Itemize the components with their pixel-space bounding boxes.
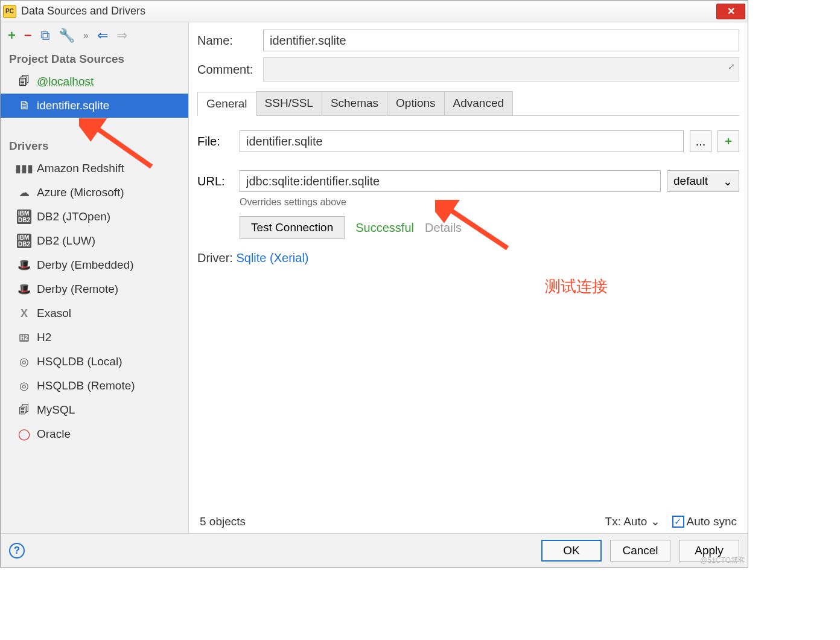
- sqlite-icon: 🗎: [18, 99, 31, 112]
- redshift-icon: ▮▮▮: [18, 162, 31, 175]
- driver-label: HSQLDB (Local): [37, 355, 122, 368]
- url-hint: Overrides settings above: [240, 197, 739, 208]
- exasol-icon: X: [18, 307, 31, 320]
- derby-icon: 🎩: [18, 258, 31, 272]
- tab-bar: General SSH/SSL Schemas Options Advanced: [197, 91, 739, 116]
- mysql-icon: 🗐: [18, 403, 31, 417]
- url-input[interactable]: [240, 170, 661, 192]
- tab-general[interactable]: General: [197, 92, 256, 116]
- source-item-label: @localhost: [37, 75, 94, 88]
- expand-icon[interactable]: ⤢: [728, 62, 735, 71]
- url-mode-value: default: [673, 174, 708, 188]
- drivers-header: Drivers: [1, 136, 188, 156]
- driver-item[interactable]: ◯Oracle: [1, 422, 188, 446]
- oracle-icon: ◯: [18, 427, 31, 441]
- driver-label: Amazon Redshift: [37, 162, 124, 175]
- help-button[interactable]: ?: [9, 543, 25, 558]
- browse-button[interactable]: ...: [690, 130, 711, 152]
- driver-item[interactable]: ▮▮▮Amazon Redshift: [1, 156, 188, 181]
- derby-icon: 🎩: [18, 283, 31, 296]
- name-input[interactable]: [263, 30, 739, 51]
- database-icon: 🗐: [18, 75, 31, 88]
- url-mode-select[interactable]: default ⌄: [667, 170, 739, 192]
- details-link[interactable]: Details: [425, 221, 462, 235]
- url-label: URL:: [197, 174, 234, 188]
- copy-icon[interactable]: ⧉: [40, 28, 50, 43]
- driver-item[interactable]: 🎩Derby (Embedded): [1, 253, 188, 277]
- add-file-button[interactable]: +: [718, 130, 739, 152]
- db2-icon: IBMDB2: [18, 234, 31, 248]
- driver-label: DB2 (LUW): [37, 234, 95, 248]
- driver-item[interactable]: ☁Azure (Microsoft): [1, 181, 188, 205]
- app-icon: PC: [3, 5, 16, 18]
- driver-item[interactable]: H2H2: [1, 325, 188, 350]
- driver-label: Azure (Microsoft): [37, 186, 124, 199]
- driver-item[interactable]: 🎩Derby (Remote): [1, 277, 188, 301]
- driver-item[interactable]: IBMDB2DB2 (JTOpen): [1, 205, 188, 229]
- name-label: Name:: [197, 34, 255, 48]
- driver-label: Exasol: [37, 307, 71, 320]
- chevron-down-icon: ⌄: [651, 515, 660, 528]
- tab-advanced[interactable]: Advanced: [444, 91, 514, 115]
- back-icon[interactable]: ⇐: [97, 28, 108, 43]
- autosync-label: Auto sync: [687, 515, 737, 528]
- close-button[interactable]: ✕: [716, 4, 745, 19]
- h2-icon: H2: [18, 331, 31, 344]
- annotation-text: 测试连接: [545, 276, 608, 297]
- left-toolbar: + − ⧉ 🔧 » ⇐ ⇒: [1, 22, 188, 49]
- driver-label: MySQL: [37, 403, 75, 417]
- db2-icon: IBMDB2: [18, 210, 31, 223]
- right-panel: Name: Comment: ⤢ General SSH/SSL Schemas…: [189, 22, 748, 533]
- driver-item[interactable]: XExasol: [1, 301, 188, 325]
- driver-label: Derby (Remote): [37, 283, 118, 296]
- test-status: Successful: [355, 221, 414, 235]
- source-item-label: identifier.sqlite: [37, 99, 109, 112]
- sources-header: Project Data Sources: [1, 49, 188, 69]
- driver-label: HSQLDB (Remote): [37, 379, 135, 392]
- source-item-identifier[interactable]: 🗎 identifier.sqlite: [1, 94, 188, 118]
- add-icon[interactable]: +: [8, 28, 16, 43]
- forward-icon[interactable]: ⇒: [116, 28, 127, 43]
- comment-label: Comment:: [197, 63, 255, 77]
- driver-item[interactable]: 🗐MySQL: [1, 398, 188, 422]
- remove-icon[interactable]: −: [24, 28, 32, 43]
- test-connection-button[interactable]: Test Connection: [240, 216, 345, 239]
- left-panel: + − ⧉ 🔧 » ⇐ ⇒ Project Data Sources 🗐 @lo…: [1, 22, 189, 533]
- driver-label: Derby (Embedded): [37, 258, 134, 272]
- autosync-toggle[interactable]: ✓ Auto sync: [672, 515, 737, 528]
- window-title: Data Sources and Drivers: [21, 5, 145, 18]
- driver-label: H2: [37, 331, 51, 344]
- azure-icon: ☁: [18, 186, 31, 199]
- tab-schemas[interactable]: Schemas: [322, 91, 387, 115]
- ok-button[interactable]: OK: [541, 540, 602, 562]
- hsqldb-icon: ◎: [18, 355, 31, 368]
- watermark: @51CTO博客: [700, 555, 745, 566]
- button-bar: ? OK Cancel Apply: [1, 533, 748, 567]
- object-count: 5 objects: [200, 515, 246, 528]
- title-bar: PC Data Sources and Drivers ✕: [1, 1, 748, 22]
- driver-item[interactable]: IBMDB2DB2 (LUW): [1, 229, 188, 253]
- source-item-localhost[interactable]: 🗐 @localhost: [1, 69, 188, 94]
- driver-label: Oracle: [37, 427, 71, 441]
- file-input[interactable]: [240, 130, 684, 152]
- file-label: File:: [197, 135, 234, 149]
- tab-body: File: ... + URL: default ⌄ Overrides set…: [197, 122, 739, 533]
- driver-label: Driver:: [197, 251, 233, 264]
- driver-link[interactable]: Sqlite (Xerial): [236, 251, 308, 264]
- tx-mode[interactable]: Tx: Auto ⌄: [605, 514, 660, 528]
- driver-item[interactable]: ◎HSQLDB (Local): [1, 350, 188, 374]
- driver-label: DB2 (JTOpen): [37, 210, 110, 223]
- tree: 🗐 @localhost 🗎 identifier.sqlite Drivers…: [1, 69, 188, 533]
- comment-input[interactable]: ⤢: [263, 57, 739, 82]
- checkbox-icon: ✓: [672, 516, 684, 528]
- driver-item[interactable]: ◎HSQLDB (Remote): [1, 374, 188, 398]
- driver-row: Driver: Sqlite (Xerial): [197, 251, 739, 265]
- cancel-button[interactable]: Cancel: [610, 540, 670, 562]
- tab-ssh[interactable]: SSH/SSL: [256, 91, 322, 115]
- chevron-down-icon: ⌄: [723, 174, 733, 188]
- more-icon[interactable]: »: [83, 30, 89, 41]
- settings-icon[interactable]: 🔧: [59, 28, 75, 43]
- hsqldb-icon: ◎: [18, 379, 31, 392]
- tab-options[interactable]: Options: [387, 91, 444, 115]
